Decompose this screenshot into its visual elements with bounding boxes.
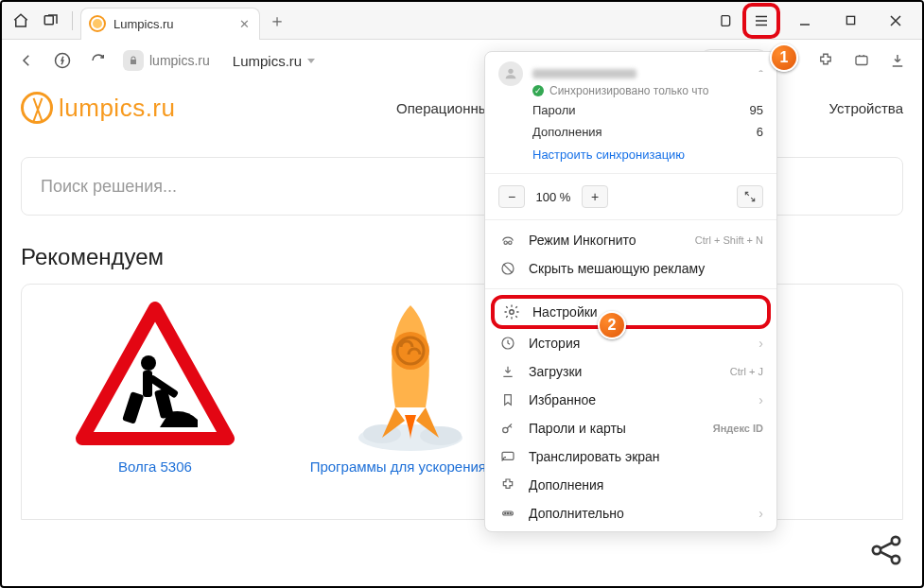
menu-more[interactable]: Дополнительно › [485,499,776,527]
site-dropdown[interactable]: Lumpics.ru [233,53,315,69]
addon-icon[interactable] [811,45,841,76]
svg-rect-7 [143,371,152,397]
sync-ok-icon: ✓ [532,85,544,96]
svg-point-28 [873,546,880,554]
menu-incognito[interactable]: Режим Инкогнито Ctrl + Shift + N [485,226,776,254]
card-volga-image [70,296,240,457]
reload-button[interactable] [83,45,113,76]
menu-cast[interactable]: Транслировать экран [485,442,776,471]
url-display[interactable]: lumpics.ru [123,50,210,71]
downloads-button[interactable] [882,45,913,76]
sync-passwords-value: 95 [750,103,763,117]
download-icon [498,364,517,379]
menu-downloads-shortcut: Ctrl + J [730,366,763,377]
key-icon [498,421,517,436]
nav-devices[interactable]: Устройства [829,100,903,116]
sync-status-text: Синхронизировано только что [549,84,708,97]
menu-downloads-label: Загрузки [529,364,582,379]
svg-point-22 [503,427,508,432]
sidebar-toggle-button[interactable] [712,8,739,34]
svg-point-30 [892,556,899,563]
menu-incognito-label: Режим Инкогнито [529,233,636,248]
window-close-button[interactable] [875,3,916,39]
nav-back-button[interactable] [11,45,42,76]
menu-favorites[interactable]: Избранное › [485,386,776,414]
svg-point-25 [505,512,506,513]
sync-settings-link[interactable]: Настроить синхронизацию [485,143,776,167]
svg-point-18 [509,241,512,244]
fullscreen-button[interactable] [737,185,763,208]
menu-hide-ads[interactable]: Скрыть мешающую рекламу [485,254,776,283]
svg-point-20 [510,310,514,315]
yandex-id-badge: Яндекс ID [713,423,763,434]
svg-rect-0 [44,15,53,24]
menu-history-label: История [529,336,580,351]
menu-settings[interactable]: Настройки [491,295,771,329]
card-gameboost-caption: Программы для ускорения игр [310,457,512,478]
hamburger-highlight [742,3,780,39]
menu-incognito-shortcut: Ctrl + Shift + N [695,234,763,246]
account-name-blurred [532,69,636,78]
yandex-services-button[interactable] [47,45,78,76]
svg-marker-5 [82,308,228,439]
sync-passwords-row[interactable]: Пароли 95 [485,99,776,121]
menu-downloads[interactable]: Загрузки Ctrl + J [485,357,776,386]
svg-point-16 [508,69,513,74]
url-host: lumpics.ru [149,53,210,68]
site-logo-text: lumpics.ru [59,94,175,123]
zoom-value: 100 % [532,190,574,204]
menu-favorites-label: Избранное [529,392,596,407]
sync-addons-label: Дополнения [532,125,602,139]
tab-close-button[interactable]: ✕ [239,17,250,31]
block-icon [498,261,517,276]
menu-hide-ads-label: Скрыть мешающую рекламу [529,261,705,276]
svg-point-6 [141,355,156,371]
card-volga-caption: Волга 5306 [118,457,192,478]
history-icon [498,336,517,351]
zoom-row: − 100 % + [485,180,776,214]
menu-passwords[interactable]: Пароли и карты Яндекс ID [485,414,776,442]
svg-point-17 [504,241,507,244]
menu-passwords-label: Пароли и карты [529,421,626,436]
card-volga[interactable]: Волга 5306 [46,296,264,508]
puzzle-icon [498,477,517,493]
site-logo-icon [21,92,53,124]
window-maximize-button[interactable] [829,3,871,39]
more-icon [498,506,517,521]
gear-icon [502,303,521,320]
new-tab-button[interactable]: ＋ [264,8,290,34]
bookmark-icon [498,392,517,407]
svg-rect-4 [856,57,867,65]
active-tab[interactable]: Lumpics.ru ✕ [80,8,260,40]
tab-strip: Lumpics.ru ✕ ＋ [2,2,922,40]
cast-icon [498,449,517,464]
site-logo[interactable]: lumpics.ru [21,92,175,124]
main-menu-button[interactable] [748,8,775,34]
svg-rect-1 [846,16,854,24]
lock-icon [123,50,144,71]
search-placeholder: Поиск решения... [41,177,177,197]
chevron-right-icon: › [758,336,763,351]
main-menu-dropdown: ˆ ✓ Синхронизировано только что Пароли 9… [484,51,777,532]
home-button[interactable] [8,8,34,34]
svg-point-26 [507,512,508,513]
zoom-in-button[interactable]: + [582,185,608,208]
sync-addons-row[interactable]: Дополнения 6 [485,121,776,143]
lumpics-favicon [89,15,106,32]
callout-1: 1 [770,43,798,72]
menu-history[interactable]: История › [485,329,776,357]
sync-addons-value: 6 [757,125,763,139]
svg-point-29 [892,537,899,545]
site-dropdown-label: Lumpics.ru [233,53,302,69]
extensions-icon[interactable] [846,45,877,76]
sync-account-row[interactable]: ˆ [498,61,763,86]
tab-overview-button[interactable] [38,8,64,34]
avatar-icon [498,61,523,86]
menu-addons-label: Дополнения [529,477,603,493]
svg-point-27 [510,512,511,513]
zoom-out-button[interactable]: − [498,185,525,208]
menu-addons[interactable]: Дополнения [485,471,776,499]
share-button[interactable] [867,531,905,569]
sync-passwords-label: Пароли [532,103,576,117]
window-minimize-button[interactable] [784,3,826,39]
